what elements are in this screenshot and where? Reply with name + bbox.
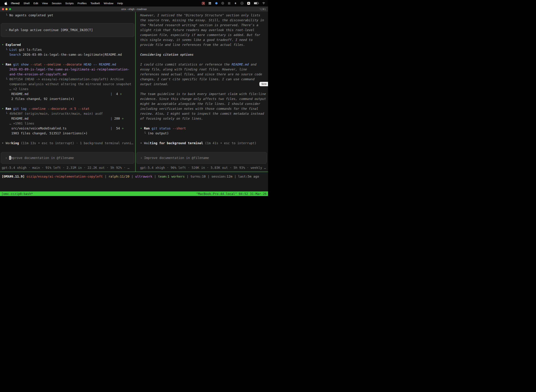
screen-overlay-tab[interactable]: Scre (259, 82, 268, 86)
blank-line (140, 47, 268, 52)
session-status-line: gpt-5.4 xhigh · 96% left · 520K in · 5.8… (140, 165, 268, 170)
menu-bar-left: iTerm2ShellEditViewSessionScriptsProfile… (4, 2, 125, 5)
menu-item-help[interactable]: Help (115, 2, 125, 5)
terminal-line: • Ran git show --stat --oneline --decora… (2, 62, 135, 67)
dark-app-icon[interactable] (221, 2, 224, 5)
menu-item-window[interactable]: Window (102, 2, 115, 5)
window-title: omx --xhigh --madmax (0, 8, 268, 10)
terminal-line: • Explored (2, 42, 135, 47)
window-title-bar[interactable]: omx --xhigh --madmax ⌥⌘1 (0, 6, 268, 12)
input-source-icon[interactable]: A (247, 2, 250, 5)
terminal-line: including verification notes with those … (140, 106, 268, 111)
terminal-pane-right[interactable]: However, I noticed the "Directory Struct… (136, 12, 268, 172)
session-status-line: gpt-5.4 xhigh · main · 91% left · 2.31M … (2, 165, 135, 170)
keycap-8-icon[interactable]: 8 (234, 2, 237, 5)
tmux-host-time: "MacBook-Pro-44.local" 04:52 31-Mar-26 (196, 192, 267, 196)
terminal-line: README.md | 4 + (2, 92, 135, 96)
screen: iTerm2ShellEditViewSessionScriptsProfile… (0, 0, 268, 196)
terminal-line: src/voice/voiceModeEnabled.ts | 54 + (2, 126, 135, 131)
terminal-line: the source tree, missing the essay. Stil… (140, 18, 268, 23)
terminal-line: … +2 lines (2, 87, 135, 92)
window-shortcut-badge: ⌥⌘1 (259, 8, 268, 10)
notice-panel: › Ralph loop active continue [OMX_TMUX_I… (1, 23, 134, 37)
terminal-line: └ No agents completed yet (2, 13, 135, 18)
terminal-line: Search 2026-03-09-is-legal-the-same-as-l… (2, 52, 135, 57)
window-grid-icon[interactable] (209, 2, 211, 5)
terminal-line: output instead. (140, 82, 268, 87)
menu-item-profiles[interactable]: Profiles (76, 2, 89, 5)
menu-item-scripts[interactable]: Scripts (63, 2, 76, 5)
terminal-line: • Ran git log --oneline --decorate -n 5 … (2, 106, 135, 111)
terminal-line: slight risk that future readers may over… (140, 28, 268, 33)
terminal-line: I could cite commit statistics or refere… (140, 62, 268, 67)
terminal-line: this single essay, it seems like a good … (140, 37, 268, 42)
blank-line (140, 121, 268, 126)
menu-item-toolbelt[interactable]: Toolbelt (88, 2, 102, 5)
menu-item-session[interactable]: Session (50, 2, 63, 5)
battery-icon[interactable] (254, 2, 258, 5)
terminal-line: The team guideline is to back every impo… (140, 92, 268, 96)
tmux-session-label: [omx-cczip0:bash* (1, 192, 33, 196)
blank-line (2, 101, 135, 106)
terminal-line: changes, I can't cite specific file line… (140, 77, 268, 82)
close-button[interactable] (2, 8, 4, 10)
terminal-line: README.md | 280 + (2, 116, 135, 121)
menu-item-shell[interactable]: Shell (22, 2, 31, 5)
terminal-line: of focusing solely on file lines. (140, 116, 268, 121)
blank-line (2, 37, 135, 42)
terminal: └ No agents completed yet› Ralph loop ac… (0, 12, 268, 172)
minimize-button[interactable] (5, 8, 8, 10)
prompt-input[interactable]: › Improve documentation in @filename (1, 152, 134, 164)
terminal-line: evidence. Since this change only affects… (140, 96, 268, 101)
terminal-line: might be acceptable alongside the file l… (140, 101, 268, 106)
tmux-status-bar: [omx-cczip0:bash* "MacBook-Pro-44.local"… (0, 191, 268, 196)
gauge-icon[interactable]: .61 (241, 2, 243, 5)
terminal-line: • Ran git status --short (140, 126, 268, 131)
terminal-line: companion file, especially if more comme… (140, 33, 268, 37)
menu-item-iterm2[interactable]: iTerm2 (9, 2, 22, 5)
terminal-line: └ List git ls-files (2, 47, 135, 52)
blank-line (140, 146, 268, 150)
terminal-line: the "Related research writing" section i… (140, 23, 268, 28)
terminal-line: However, I noticed the "Directory Struct… (140, 13, 268, 18)
terminal-line: … +1901 lines (2, 121, 135, 126)
blank-line (140, 136, 268, 141)
prompt-input[interactable]: › Improve documentation in @filename (136, 152, 267, 164)
terminal-line: 1903 files changed, 513517 insertions(+) (2, 131, 135, 136)
dots-grid-icon[interactable] (228, 2, 230, 5)
omx-status-line: [OMX#0.11.9] cczip/essay/ai-reimplementa… (0, 172, 268, 191)
terminal-line: └ 067f154 (HEAD -> essay/ai-reimplementa… (2, 77, 135, 82)
terminal-line: └ (no output) (140, 131, 268, 136)
wifi-icon[interactable] (262, 2, 265, 5)
terminal-line: companion analysis without altering the … (2, 82, 135, 87)
terminal-line: • Working (11m 13s • esc to interrupt) ·… (2, 141, 135, 146)
blank-line (140, 57, 268, 62)
menu-items: iTerm2ShellEditViewSessionScriptsProfile… (8, 2, 125, 5)
terminal-line: review. Also, I might want to inspect th… (140, 111, 268, 116)
traffic-lights (0, 8, 11, 10)
terminal-line: └ 4b9d30f (origin/main, instructkr/main,… (2, 111, 135, 116)
blank-line (2, 18, 135, 23)
terminal-line: and-the-erosion-of-copyleft.md (2, 72, 135, 77)
menu-bar: iTerm2ShellEditViewSessionScriptsProfile… (0, 0, 268, 6)
blue-app-icon[interactable] (215, 2, 218, 5)
terminal-line: • Waiting for background terminal (1m 41… (140, 141, 268, 146)
terminal-line: essay file, along with finding root file… (140, 67, 268, 72)
terminal-line: Considering citation options (140, 52, 268, 57)
blank-line (2, 136, 135, 141)
terminal-pane-left[interactable]: └ No agents completed yet› Ralph loop ac… (0, 12, 135, 172)
terminal-line: 2 files changed, 92 insertions(+) (2, 96, 135, 101)
menu-item-view[interactable]: View (40, 2, 50, 5)
blank-line (2, 146, 135, 150)
menu-bar-status-icons: 8.61A (202, 2, 265, 5)
menu-item-edit[interactable]: Edit (31, 2, 40, 5)
terminal-line: 2026-03-09-is-legal-the-same-as-legitima… (2, 67, 135, 72)
screen-record-indicator-icon[interactable] (202, 2, 205, 5)
terminal-line: references need actual files, and since … (140, 72, 268, 77)
apple-menu-icon[interactable] (4, 2, 8, 5)
blank-line (2, 57, 135, 62)
zoom-button[interactable] (9, 8, 11, 10)
terminal-line: provide file and line references from th… (140, 42, 268, 47)
blank-line (140, 87, 268, 92)
